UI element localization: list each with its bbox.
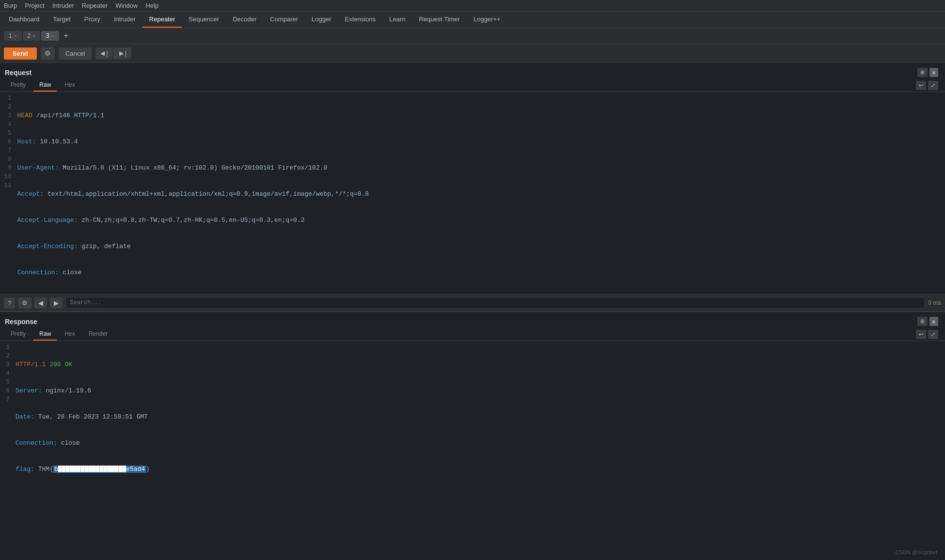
request-tab-pretty[interactable]: Pretty xyxy=(5,79,32,92)
response-expand-button[interactable]: ⤢ xyxy=(928,330,938,339)
tab-repeater[interactable]: Repeater xyxy=(142,12,182,28)
request-expand-button[interactable]: ⤢ xyxy=(928,81,938,90)
tab-proxy[interactable]: Proxy xyxy=(78,12,107,28)
main-tabs: Dashboard Target Proxy Intruder Repeater… xyxy=(0,12,945,28)
response-tabs: Pretty Raw Hex Render ↩ ⤢ xyxy=(0,328,945,341)
response-wrap-button[interactable]: ↩ xyxy=(916,330,926,339)
request-panel-title: Request xyxy=(5,69,32,77)
response-line-4: Connection: close xyxy=(16,439,943,448)
content-area: Request ⊞ ≡ Pretty Raw Hex ↩ ⤢ 1 2 3 4 xyxy=(0,63,945,560)
flag-value-highlight: b██████████████████e5ad4 xyxy=(53,466,146,473)
request-search-result-count: 0 ma xyxy=(928,299,941,306)
request-search-settings-button[interactable]: ⚙ xyxy=(18,297,32,309)
response-line-numbers: 1 2 3 4 5 6 7 xyxy=(0,343,14,558)
repeater-tab-2[interactable]: 2 × xyxy=(23,31,41,41)
repeater-tab-2-close[interactable]: × xyxy=(32,33,35,39)
menu-window[interactable]: Window xyxy=(115,2,138,9)
add-repeater-tab-button[interactable]: + xyxy=(60,30,72,42)
repeater-tab-3-label: 3 xyxy=(46,32,49,39)
request-view-icons: ⊞ ≡ xyxy=(915,66,940,79)
tab-logger[interactable]: Logger xyxy=(305,12,338,28)
nav-next-button[interactable]: ▶ | xyxy=(114,47,131,59)
request-search-input[interactable] xyxy=(65,297,925,309)
repeater-tabs: 1 × 2 × 3 × + xyxy=(0,28,945,44)
menu-repeater[interactable]: Repeater xyxy=(82,2,108,9)
request-code-content: HEAD /api/fl46 HTTP/1.1 Host: 10.10.53.4… xyxy=(16,94,945,292)
request-panel: Request ⊞ ≡ Pretty Raw Hex ↩ ⤢ 1 2 3 4 xyxy=(0,63,945,312)
response-view-controls: ⊞ ≡ xyxy=(915,315,940,328)
menu-help[interactable]: Help xyxy=(145,2,158,9)
request-view-controls: ⊞ ≡ xyxy=(915,66,940,79)
tab-extensions[interactable]: Extensions xyxy=(338,12,383,28)
response-tab-pretty[interactable]: Pretty xyxy=(5,328,32,341)
response-code-area[interactable]: 1 2 3 4 5 6 7 HTTP/1.1 200 OK Server: ng… xyxy=(0,341,945,560)
response-grid-view-button[interactable]: ⊞ xyxy=(917,317,928,326)
cancel-button[interactable]: Cancel xyxy=(59,47,92,60)
response-line-1: HTTP/1.1 200 OK xyxy=(16,360,943,369)
response-line-5: flag: THM{b██████████████████e5ad4} xyxy=(16,465,943,474)
menu-project[interactable]: Project xyxy=(25,2,44,9)
request-tab-raw[interactable]: Raw xyxy=(33,79,57,92)
response-list-view-button[interactable]: ≡ xyxy=(929,317,938,326)
settings-button[interactable]: ⚙ xyxy=(41,47,55,60)
response-line-3: Date: Tue, 28 Feb 2023 12:58:51 GMT xyxy=(16,413,943,421)
request-panel-header: Request ⊞ ≡ xyxy=(0,63,945,79)
tab-dashboard[interactable]: Dashboard xyxy=(2,12,47,28)
repeater-tab-2-label: 2 xyxy=(28,32,31,39)
request-line-2: Host: 10.10.53.4 xyxy=(17,138,943,146)
request-code-area[interactable]: 1 2 3 4 5 6 7 8 9 10 11 HEAD /api/fl46 H… xyxy=(0,92,945,294)
response-panel: Response ⊞ ≡ Pretty Raw Hex Render ↩ ⤢ 1… xyxy=(0,312,945,560)
response-tab-raw[interactable]: Raw xyxy=(33,328,57,341)
repeater-tab-1-close[interactable]: × xyxy=(14,33,17,39)
request-line-numbers: 1 2 3 4 5 6 7 8 9 10 11 xyxy=(0,94,16,292)
tab-sequencer[interactable]: Sequencer xyxy=(182,12,226,28)
watermark: CSDN @Sugobet xyxy=(896,549,937,555)
response-view-icons: ⊞ ≡ xyxy=(915,315,940,328)
tab-learn[interactable]: Learn xyxy=(382,12,412,28)
request-search-prev-button[interactable]: ◀ xyxy=(34,297,47,309)
request-search-bar: ? ⚙ ◀ ▶ 0 ma xyxy=(0,294,945,311)
repeater-tab-3-close[interactable]: × xyxy=(51,33,54,39)
request-line-4: Accept: text/html,application/xhtml+xml,… xyxy=(17,190,943,199)
tab-intruder[interactable]: Intruder xyxy=(107,12,142,28)
request-tab-hex[interactable]: Hex xyxy=(59,79,80,92)
repeater-tab-1[interactable]: 1 × xyxy=(4,31,22,41)
request-tabs: Pretty Raw Hex ↩ ⤢ xyxy=(0,79,945,92)
response-panel-title: Response xyxy=(5,318,37,326)
repeater-tab-3[interactable]: 3 × xyxy=(41,31,59,41)
request-line-5: Accept-Language: zh-CN,zh;q=0.8,zh-TW;q=… xyxy=(17,216,943,225)
tab-request-timer[interactable]: Request Timer xyxy=(412,12,467,28)
request-line-6: Accept-Encoding: gzip, deflate xyxy=(17,242,943,251)
menu-intruder[interactable]: Intruder xyxy=(52,2,74,9)
response-code-content: HTTP/1.1 200 OK Server: nginx/1.19.6 Dat… xyxy=(14,343,945,558)
request-line-7: Connection: close xyxy=(17,268,943,277)
request-line-1: HEAD /api/fl46 HTTP/1.1 xyxy=(17,111,943,120)
nav-button-group: ◀ | ▶ | xyxy=(95,47,131,59)
send-button[interactable]: Send xyxy=(4,47,37,60)
request-list-view-button[interactable]: ≡ xyxy=(929,68,938,77)
response-line-2: Server: nginx/1.19.6 xyxy=(16,387,943,395)
tab-logger-plus[interactable]: Logger++ xyxy=(467,12,507,28)
tab-decoder[interactable]: Decoder xyxy=(226,12,263,28)
request-search-help-button[interactable]: ? xyxy=(4,297,15,309)
request-grid-view-button[interactable]: ⊞ xyxy=(917,68,928,77)
tab-target[interactable]: Target xyxy=(47,12,78,28)
response-panel-header: Response ⊞ ≡ xyxy=(0,312,945,328)
request-search-next-button[interactable]: ▶ xyxy=(50,297,63,309)
repeater-tab-1-label: 1 xyxy=(9,32,12,39)
tab-comparer[interactable]: Comparer xyxy=(263,12,305,28)
menu-bar: Burp Project Intruder Repeater Window He… xyxy=(0,0,945,12)
request-line-3: User-Agent: Mozilla/5.0 (X11; Linux x86_… xyxy=(17,164,943,172)
request-wrap-button[interactable]: ↩ xyxy=(916,81,926,90)
menu-burp[interactable]: Burp xyxy=(4,2,17,9)
response-tab-render[interactable]: Render xyxy=(83,328,113,341)
toolbar: Send ⚙ Cancel ◀ | ▶ | xyxy=(0,44,945,63)
response-tab-hex[interactable]: Hex xyxy=(59,328,80,341)
nav-prev-button[interactable]: ◀ | xyxy=(95,47,112,59)
